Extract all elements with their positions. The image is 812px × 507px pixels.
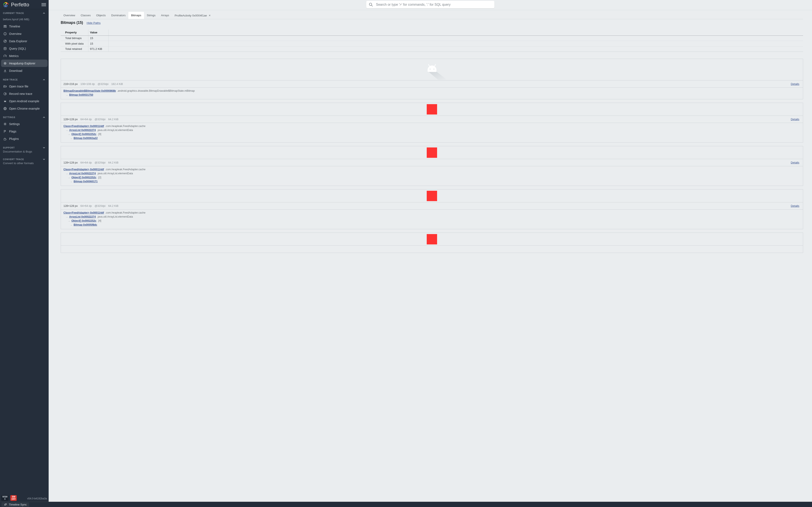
tab-overview[interactable]: Overview <box>61 12 78 19</box>
sidebar-item-heapdump-explorer[interactable]: Heapdump Explorer <box>1 60 48 67</box>
sidebar-nav: CURRENT TRACEbefore.hprof (46 MB)Timelin… <box>0 9 49 253</box>
sidebar-item-open-android-example[interactable]: Open Android example <box>0 97 49 105</box>
retention-path-line: →Object[] 0x0002252c.[2] <box>61 176 406 180</box>
object-link[interactable]: Class<FeedAdapter> 0x000114df <box>63 168 104 171</box>
sidebar-item-query-sql-[interactable]: Query (SQL) <box>0 45 49 52</box>
table-row: Total retained971.2 KiB <box>61 46 406 52</box>
close-icon[interactable]: × <box>209 14 210 17</box>
tab-bitmaps[interactable]: Bitmaps <box>129 12 144 19</box>
object-link[interactable]: BitmapDrawable$BitmapState 0x0000868b <box>63 89 116 92</box>
object-link[interactable]: Bitmap 0x00031750 <box>69 93 93 96</box>
info-icon <box>3 32 7 36</box>
summary-empty-cell <box>108 46 406 52</box>
section-label: SUPPORT <box>3 147 15 149</box>
field-path-label: .com.heapleak.FeedAdapter.cache <box>105 125 146 128</box>
summary-property-cell: With pixel data <box>61 41 88 47</box>
sidebar-item-metrics[interactable]: Metrics <box>0 52 49 60</box>
bitmap-meta-row <box>61 246 406 252</box>
bitmap-retained-size: 64.2 KiB <box>108 118 118 121</box>
bitmap-preview <box>61 103 406 116</box>
sidebar-item-open-chrome-example[interactable]: Open Chrome example <box>0 105 49 112</box>
bitmap-card: 216×216 px108×108 dp@320dpi182.4 KiBDeta… <box>61 59 406 99</box>
object-link[interactable]: Object[] 0x0002252c <box>71 176 96 179</box>
sidebar-section-header-settings[interactable]: SETTINGS <box>0 116 49 119</box>
sidebar-item-flags[interactable]: Flags <box>0 128 49 135</box>
database-icon <box>3 47 7 51</box>
summary-value-cell: 15 <box>88 41 108 47</box>
bitmap-size-px: 128×128 px <box>63 204 78 208</box>
object-link[interactable]: Class<FeedAdapter> 0x000114df <box>63 125 104 128</box>
sidebar-item-label: Query (SQL) <box>9 47 26 50</box>
arrow-icon: → <box>70 224 72 226</box>
sidebar-item-label: Record new trace <box>9 92 32 96</box>
section-label: NEW TRACE <box>3 78 18 81</box>
sidebar-subtitle-current-trace: before.hprof (46 MB) <box>0 17 49 21</box>
hide-paths-link[interactable]: Hide Paths <box>87 21 101 24</box>
arrow-icon: → <box>66 172 68 175</box>
field-path-label: .com.heapleak.FeedAdapter.cache <box>105 168 146 171</box>
retention-path-line: Class<FeedAdapter> 0x000114df.com.heaple… <box>61 211 406 215</box>
bitmap-size-dp: 64×64 dp <box>80 204 92 208</box>
bitmap-size-px: 128×128 px <box>63 118 78 121</box>
perfetto-logo-icon <box>3 1 9 8</box>
sidebar-section-header-convert-trace[interactable]: CONVERT TRACE <box>0 158 49 161</box>
sidebar-items-new-trace: Open trace fileRecord new traceOpen Andr… <box>0 82 49 112</box>
object-link[interactable]: Bitmap 0x00060171 <box>73 180 98 183</box>
sidebar-item-label: Flags <box>9 130 16 133</box>
object-link[interactable]: ArrayList 0x00022274 <box>69 129 96 131</box>
sidebar-item-record-new-trace[interactable]: Record new trace <box>0 90 49 97</box>
content: OverviewClassesObjectsDominatorsBitmapsS… <box>49 10 406 253</box>
data-explorer-icon <box>3 39 7 43</box>
bitmap-card: 128×128 px64×64 dp@320dpi64.2 KiBDetails… <box>61 103 406 143</box>
tab-profileactivity[interactable]: ProfileActivity 0x0004f1ae× <box>172 12 213 19</box>
object-link[interactable]: ArrayList 0x00022274 <box>69 215 96 218</box>
tab-arrays[interactable]: Arrays <box>158 12 172 19</box>
retention-path-line: →ArrayList 0x00022274.java.util.ArrayLis… <box>61 128 406 132</box>
object-link[interactable]: Class<FeedAdapter> 0x000114df <box>63 211 104 214</box>
retention-path-line: →Bitmap 0x00060171 <box>61 180 406 183</box>
tab-strings[interactable]: Strings <box>144 12 158 19</box>
chevron-down-icon <box>43 147 45 149</box>
sidebar-item-settings[interactable]: Settings <box>0 120 49 128</box>
arrow-icon: → <box>66 216 68 218</box>
sidebar-section-header-support[interactable]: SUPPORT <box>0 146 49 149</box>
retention-path-line: →Bitmap 0x00031750 <box>61 93 406 97</box>
bitmap-retained-size: 64.2 KiB <box>108 204 118 208</box>
sidebar-section-header-new-trace[interactable]: NEW TRACE <box>0 78 49 81</box>
table-row: With pixel data15 <box>61 41 406 47</box>
sidebar-item-overview[interactable]: Overview <box>0 30 49 38</box>
field-path-label: .[2] <box>98 176 101 179</box>
hamburger-menu-icon[interactable] <box>42 3 46 7</box>
memory-chip-icon <box>3 61 7 65</box>
object-link[interactable]: Object[] 0x0002252c <box>71 219 96 222</box>
summary-empty-cell <box>108 36 406 41</box>
bitmap-density: @320dpi <box>95 204 105 208</box>
object-link[interactable]: Bitmap 0x00063a22 <box>73 137 98 139</box>
android-icon <box>3 99 7 103</box>
bitmap-meta-row: 128×128 px64×64 dp@320dpi64.2 KiBDetails <box>61 116 406 123</box>
retention-path-line: →Bitmap 0x0005f8dc <box>61 223 406 227</box>
search-input[interactable] <box>376 3 406 7</box>
sidebar-item-download[interactable]: Download <box>0 67 49 74</box>
object-link[interactable]: ArrayList 0x00022274 <box>69 172 96 175</box>
search-icon <box>369 3 373 7</box>
tab-label: Arrays <box>161 14 169 17</box>
page-head: Bitmaps (15) Hide Paths <box>61 20 406 25</box>
sidebar-subtitle-convert-trace[interactable]: Convert to other formats <box>0 161 49 165</box>
object-link[interactable]: Bitmap 0x0005f8dc <box>73 223 97 226</box>
tab-objects[interactable]: Objects <box>94 12 108 19</box>
sidebar-item-label: Settings <box>9 122 20 126</box>
sidebar-section-header-current-trace[interactable]: CURRENT TRACE <box>0 11 49 15</box>
tab-classes[interactable]: Classes <box>78 12 93 19</box>
sidebar-items-settings: SettingsFlagsPlugins <box>0 120 49 143</box>
field-path-label: .java.util.ArrayList.elementData <box>97 215 133 218</box>
object-link[interactable]: Object[] 0x0002252c <box>71 133 96 135</box>
puzzle-icon <box>3 137 7 141</box>
retention-path-line: →Bitmap 0x00063a22 <box>61 136 406 140</box>
sidebar-item-plugins[interactable]: Plugins <box>0 135 49 143</box>
sidebar-item-timeline[interactable]: Timeline <box>0 22 49 30</box>
sidebar-item-data-explorer[interactable]: Data Explorer <box>0 38 49 45</box>
tab-dominators[interactable]: Dominators <box>108 12 129 19</box>
sidebar-subtitle-support[interactable]: Documentation & Bugs <box>0 150 49 154</box>
sidebar-item-open-trace-file[interactable]: Open trace file <box>0 82 49 90</box>
